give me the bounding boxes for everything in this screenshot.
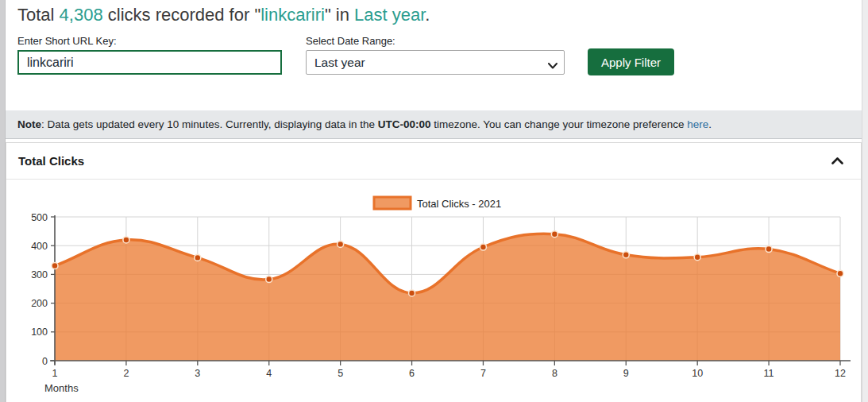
title-date-range: Last year [354,5,425,25]
x-tick-label: 6 [409,368,415,379]
x-tick-label: 2 [123,368,129,379]
x-tick-label: 5 [338,368,343,379]
app-window: Total 4,308 clicks recorded for "linkcar… [0,0,868,402]
data-point [266,276,272,283]
left-page-edge [0,0,6,402]
y-tick-label: 500 [31,212,48,223]
total-clicks-panel: Total Clicks 010020030040050012345678910… [6,142,862,402]
data-point [409,290,415,296]
total-clicks-panel-header: Total Clicks [6,143,861,180]
note-timezone: UTC-00:00 [378,118,431,130]
note-bar: Note: Data gets updated every 10 minutes… [6,110,862,139]
x-tick-label: 11 [764,368,774,379]
x-tick-label: 4 [266,368,272,379]
apply-filter-button[interactable]: Apply Filter [588,48,674,75]
title-period: . [425,5,430,25]
chevron-up-icon [831,155,843,167]
page-title: Total 4,308 clicks recorded for "linkcar… [17,3,862,27]
right-page-edge [862,0,868,402]
x-tick-label: 12 [835,368,846,379]
data-point [837,270,843,276]
main-content: Total 4,308 clicks recorded for "linkcar… [6,0,862,402]
data-point [195,254,201,261]
short-url-key-input[interactable] [17,50,282,75]
note-text-2: timezone. You can change your timezone p… [431,118,688,130]
x-tick-label: 1 [52,368,58,379]
total-clicks-chart: 0100200300400500123456789101112Total Cli… [6,180,861,402]
data-point [480,244,486,250]
x-tick-label: 7 [480,368,486,379]
date-range-select[interactable]: Last year [306,50,565,75]
title-prefix: Total [17,5,60,25]
note-word: Note [17,118,41,130]
y-tick-label: 300 [31,269,48,280]
filter-form: Enter Short URL Key: Select Date Range: … [17,35,862,75]
data-point [623,252,629,258]
x-tick-label: 10 [692,368,703,379]
title-short-url-key: linkcariri [260,5,325,25]
x-tick-label: 9 [623,368,629,379]
title-middle: clicks recorded for [103,5,255,25]
panel-title: Total Clicks [18,154,84,168]
total-clicks-count: 4,308 [60,5,103,25]
y-tick-label: 200 [31,298,48,309]
data-point [52,263,58,269]
title-in: in [331,5,354,25]
y-tick-label: 100 [31,327,48,338]
note-period: . [708,118,712,130]
data-point [123,237,129,243]
x-tick-label: 3 [195,368,200,379]
y-tick-label: 400 [31,241,48,252]
data-point [551,231,557,238]
legend-label: Total Clicks - 2021 [417,198,501,210]
data-point [694,254,700,261]
x-axis-title: Months [44,382,79,394]
short-url-key-label: Enter Short URL Key: [17,35,282,47]
title-close-quote: " [325,5,331,25]
y-tick-label: 0 [42,356,48,367]
note-text-1: : Data gets updated every 10 minutes. Cu… [41,118,378,130]
legend-swatch [374,197,411,209]
data-point [338,241,344,247]
collapse-panel-button[interactable] [830,156,845,166]
date-range-label: Select Date Range: [306,35,565,47]
short-url-field-group: Enter Short URL Key: [17,35,282,75]
x-tick-label: 8 [552,368,557,379]
date-range-field-group: Select Date Range: Last year [306,35,565,75]
note-text: Note: Data gets updated every 10 minutes… [17,118,712,130]
timezone-preference-link[interactable]: here [687,118,708,130]
data-point [766,246,772,253]
date-range-select-wrap: Last year [306,50,565,75]
